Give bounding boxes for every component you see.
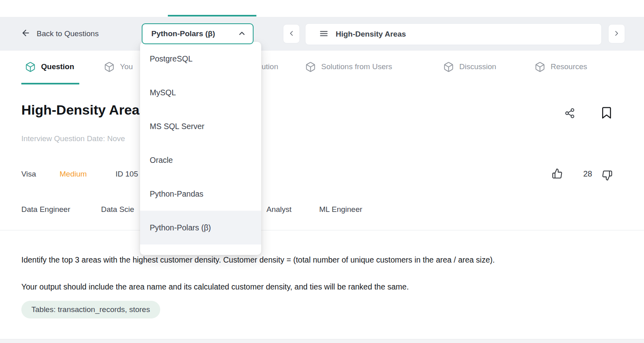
cube-icon bbox=[443, 62, 454, 72]
top-strip bbox=[0, 0, 644, 17]
section-divider bbox=[0, 230, 644, 230]
upvote-count: 28 bbox=[576, 169, 600, 179]
tab-solutions-from-users[interactable]: Solutions from Users bbox=[305, 51, 392, 83]
question-paragraph: Identify the top 3 areas with the highes… bbox=[21, 255, 633, 265]
tab-resources-label: Resources bbox=[551, 62, 587, 71]
tab-bar: Question You ution Solutions from Users … bbox=[0, 51, 644, 85]
role-tag[interactable]: Data Scie bbox=[101, 205, 134, 214]
bookmark-button[interactable] bbox=[601, 106, 612, 119]
next-question-button[interactable] bbox=[608, 24, 625, 43]
back-label: Back to Questions bbox=[37, 29, 99, 38]
question-id: ID 105 bbox=[116, 170, 138, 179]
list-menu-icon bbox=[305, 29, 336, 40]
arrow-left-icon bbox=[21, 28, 31, 40]
company-tag[interactable]: Visa bbox=[21, 170, 36, 179]
interview-date-line: Interview Question Date: Nove bbox=[21, 134, 125, 143]
thumbs-down-icon bbox=[602, 170, 613, 181]
question-paragraph: Your output should include the area name… bbox=[21, 281, 633, 292]
chevron-left-icon bbox=[287, 29, 295, 39]
prev-question-button[interactable] bbox=[283, 24, 300, 43]
next-section-edge bbox=[0, 339, 644, 343]
bookmark-icon bbox=[601, 106, 612, 119]
toolbar: Back to Questions Python-Polars (β) High… bbox=[0, 17, 644, 51]
language-selector-value: Python-Polars (β) bbox=[151, 29, 237, 38]
back-to-questions-link[interactable]: Back to Questions bbox=[21, 17, 99, 51]
role-tag[interactable]: ML Engineer bbox=[319, 205, 362, 214]
language-dropdown-menu: PostgreSQL MySQL MS SQL Server Oracle Py… bbox=[140, 42, 261, 255]
tab-your-solutions[interactable]: You bbox=[104, 51, 133, 83]
cube-icon bbox=[535, 62, 545, 72]
dropdown-option-mysql[interactable]: MySQL bbox=[140, 76, 261, 109]
share-button[interactable] bbox=[564, 108, 575, 119]
tab-question-label: Question bbox=[41, 62, 74, 71]
tab-resources[interactable]: Resources bbox=[535, 51, 587, 83]
thumbs-up-button[interactable] bbox=[552, 168, 563, 179]
tab-official-solution-label: ution bbox=[262, 62, 278, 71]
thumbs-down-button[interactable] bbox=[602, 170, 613, 181]
tab-discussion[interactable]: Discussion bbox=[443, 51, 496, 83]
tab-question[interactable]: Question bbox=[25, 51, 74, 83]
role-tag[interactable]: Analyst bbox=[266, 205, 291, 214]
active-pane-indicator bbox=[168, 15, 256, 16]
dropdown-option-python-pandas[interactable]: Python-Pandas bbox=[140, 177, 261, 211]
tab-discussion-label: Discussion bbox=[459, 62, 496, 71]
tables-badge: Tables: transaction_records, stores bbox=[21, 301, 160, 318]
thumbs-up-icon bbox=[552, 168, 563, 179]
cube-icon bbox=[25, 62, 36, 72]
chevron-up-icon bbox=[237, 29, 246, 39]
active-tab-underline bbox=[21, 83, 79, 84]
dropdown-option-python-polars[interactable]: Python-Polars (β) bbox=[140, 211, 261, 244]
dropdown-option-oracle[interactable]: Oracle bbox=[140, 143, 261, 177]
role-tag[interactable]: Data Engineer bbox=[21, 205, 70, 214]
tab-official-solution[interactable]: ution bbox=[262, 51, 278, 83]
cube-icon bbox=[104, 62, 115, 72]
difficulty-badge[interactable]: Medium bbox=[60, 170, 87, 179]
dropdown-option-ms-sql-server[interactable]: MS SQL Server bbox=[140, 109, 261, 143]
cube-icon bbox=[305, 62, 316, 72]
question-nav-bar[interactable]: High-Density Areas bbox=[305, 23, 602, 45]
language-selector[interactable]: Python-Polars (β) bbox=[142, 23, 254, 44]
tab-your-solutions-label: You bbox=[120, 62, 133, 71]
question-page: Back to Questions Python-Polars (β) High… bbox=[0, 0, 644, 343]
dropdown-option-postgresql[interactable]: PostgreSQL bbox=[140, 42, 261, 76]
page-title: High-Density Areas bbox=[21, 102, 147, 118]
tab-solutions-from-users-label: Solutions from Users bbox=[321, 62, 392, 71]
share-icon bbox=[564, 108, 575, 119]
nav-question-title: High-Density Areas bbox=[336, 30, 406, 39]
chevron-right-icon bbox=[613, 29, 621, 39]
